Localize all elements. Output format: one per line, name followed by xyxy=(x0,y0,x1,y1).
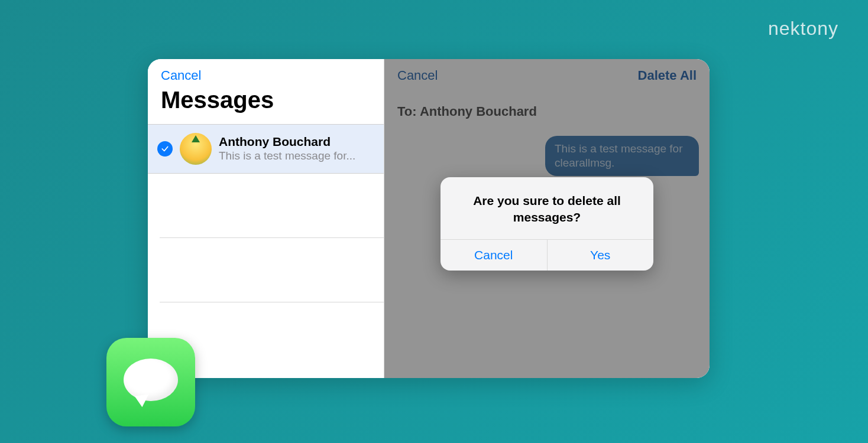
speech-bubble-icon xyxy=(124,359,178,406)
row-separator xyxy=(160,302,384,302)
messages-title: Messages xyxy=(161,87,371,113)
messages-app-icon xyxy=(106,338,195,426)
selected-check-icon[interactable] xyxy=(157,141,173,157)
confirm-dialog: Are you sure to delete all messages? Can… xyxy=(441,177,653,271)
contact-name: Anthony Bouchard xyxy=(219,135,374,149)
message-preview: This is a test message for... xyxy=(219,149,374,163)
dialog-buttons: Cancel Yes xyxy=(441,239,653,271)
conversations-pane: Cancel Messages Anthony Bouchard This is… xyxy=(148,59,384,378)
dialog-message: Are you sure to delete all messages? xyxy=(441,177,653,239)
messages-window: Cancel Messages Anthony Bouchard This is… xyxy=(148,59,710,378)
contact-avatar xyxy=(180,133,212,165)
conversation-row[interactable]: Anthony Bouchard This is a test message … xyxy=(148,124,384,174)
brand-logo-text: nektony xyxy=(768,18,838,40)
dialog-yes-button[interactable]: Yes xyxy=(547,240,654,271)
left-header: Cancel Messages xyxy=(148,59,384,124)
chat-pane: Cancel Dalete All To: Anthony Bouchard T… xyxy=(384,59,710,378)
conversation-text: Anthony Bouchard This is a test message … xyxy=(219,135,374,163)
row-separator xyxy=(160,237,384,238)
cancel-button[interactable]: Cancel xyxy=(161,68,371,83)
dialog-cancel-button[interactable]: Cancel xyxy=(441,240,547,271)
